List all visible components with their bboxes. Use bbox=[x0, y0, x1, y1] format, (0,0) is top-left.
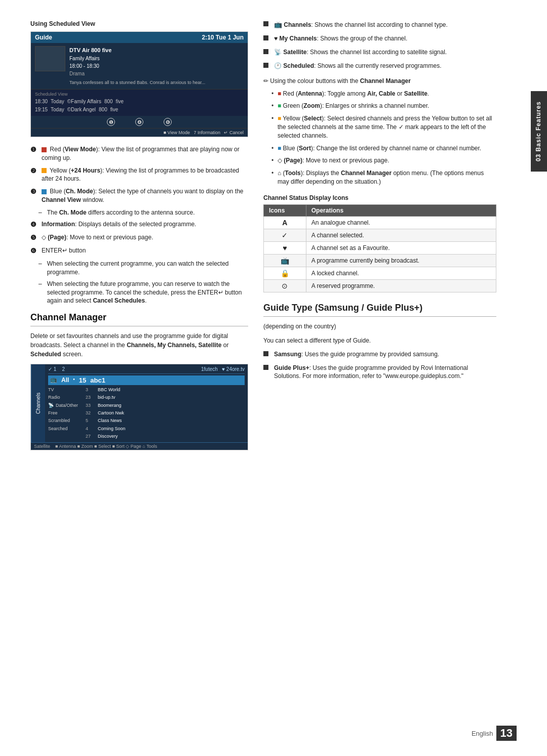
cm-label-radio: Radio bbox=[48, 394, 84, 401]
table-header-row: Icons Operations bbox=[264, 204, 496, 216]
square-bullet-2 bbox=[263, 35, 268, 40]
cm-sel-bullet: • bbox=[73, 376, 75, 384]
cm-label-data: 📡Data/Other bbox=[48, 402, 84, 409]
indent-text-3a: The Ch. Mode differs according to the an… bbox=[47, 208, 195, 217]
cm-sidebar: Channels bbox=[31, 364, 45, 442]
cm-sel-icon: 📺 bbox=[50, 376, 57, 384]
cm-check-col: ✓ 1 2 bbox=[48, 366, 65, 372]
channel-status-heading: Channel Status Display Icons bbox=[263, 194, 496, 201]
icon-cell-broadcast: 📺 bbox=[264, 254, 306, 267]
guide-channel: DTV Air 800 five bbox=[69, 46, 205, 55]
scheduled-label: Scheduled View bbox=[35, 92, 244, 97]
square-bullet-3 bbox=[263, 49, 268, 54]
dot-green: • bbox=[271, 102, 276, 110]
cm-num-32: 32 bbox=[86, 409, 96, 417]
dot-yellow: • bbox=[271, 114, 276, 140]
cm-name-boo: Boomerang bbox=[98, 402, 245, 409]
cm-num-4: 4 bbox=[86, 425, 96, 433]
satellite-icon: 📡 bbox=[274, 49, 282, 56]
item-text-3: Blue (Ch. Mode): Select the type of chan… bbox=[42, 187, 248, 204]
cm-name-col: 1futech ♥ 24ore.tv bbox=[201, 366, 245, 372]
cm-sel-num: 15 bbox=[79, 376, 86, 384]
guide-nav-4: ❹ bbox=[135, 118, 143, 126]
table-row: A An analogue channel. bbox=[264, 216, 496, 229]
table-row: 🔒 A locked channel. bbox=[264, 267, 496, 279]
colour-item-green: • ■ Green (Zoom): Enlarges or shrinks a … bbox=[263, 102, 496, 110]
cm-name-class: Class News bbox=[98, 417, 245, 425]
guide-header: Guide 2:10 Tue 1 Jun bbox=[31, 32, 248, 43]
table-row: 📺 A programme currently being broadcast. bbox=[264, 254, 496, 267]
bullet-mychannels: ♥ My Channels: Shows the group of the ch… bbox=[263, 34, 496, 43]
left-column: Using Scheduled View Guide 2:10 Tue 1 Ju… bbox=[30, 20, 248, 457]
op-cell-check: A channel selected. bbox=[306, 229, 496, 241]
numbered-item-2: ❷ Yellow (+24 Hours): Viewing the list o… bbox=[30, 166, 248, 184]
dot-page: • bbox=[271, 156, 276, 165]
guide-type-body-text: You can select a different type of Guide… bbox=[263, 337, 371, 344]
bullet-text-mychannels: ♥ My Channels: Shows the group of the ch… bbox=[274, 34, 407, 43]
guide-nav-6: ❻ bbox=[164, 118, 172, 126]
guide-type-subtitle: (depending on the country) bbox=[263, 322, 496, 331]
channel-manager-body: Delete or set favourites channels and us… bbox=[30, 331, 248, 359]
scheduled-icon: 🕐 bbox=[274, 62, 282, 69]
cm-name-cartoon: Cartoon Nwk bbox=[98, 409, 245, 417]
item-text-5: ◇ (Page): Move to next or previous page. bbox=[42, 233, 153, 242]
cm-num-27: 27 bbox=[86, 433, 96, 440]
sched-icon-1: ©Family Affairs bbox=[67, 98, 101, 106]
channel-status-table: Icons Operations A An analogue channel. … bbox=[263, 204, 496, 292]
cm-num-23: 23 bbox=[86, 394, 96, 401]
guide-type-items: Samsung: Uses the guide programme by pro… bbox=[263, 350, 496, 381]
sched-row-2: 19:15 Today ©Dark Angel 800 five bbox=[35, 106, 244, 114]
numbered-item-3: ❸ Blue (Ch. Mode): Select the type of ch… bbox=[30, 187, 248, 204]
text-tools: ⌂ (Tools): Displays the Channel Manager … bbox=[278, 169, 496, 186]
numbered-item-5: ❺ ◇ (Page): Move to next or previous pag… bbox=[30, 233, 248, 242]
cm-sel-name: abc1 bbox=[90, 376, 105, 384]
guide-program-time: 18:00 - 18:30 bbox=[69, 62, 205, 70]
item-num-4: ❹ bbox=[30, 220, 38, 229]
sched-ch-1: five bbox=[116, 98, 124, 106]
dash-3a: – bbox=[38, 208, 42, 217]
text-blue: ■ Blue (Sort): Change the list ordered b… bbox=[278, 144, 481, 153]
icon-cell-heart: ♥ bbox=[264, 241, 306, 254]
numbered-list: ❶ Red (View Mode): View the list of prog… bbox=[30, 145, 248, 305]
bullet-text-scheduled: 🕐 Scheduled: Shows all the currently res… bbox=[274, 62, 441, 70]
colour-buttons-text: Using the colour buttons with the Channe… bbox=[270, 77, 410, 85]
guide-time: 2:10 Tue 1 Jun bbox=[202, 34, 244, 41]
colour-item-yellow: • ■ Yellow (Select): Select desired chan… bbox=[263, 114, 496, 140]
right-column: 📺 Channels: Shows the channel list accor… bbox=[263, 20, 496, 457]
item-num-1: ❶ bbox=[30, 145, 38, 162]
bullet-text-channels: 📺 Channels: Shows the channel list accor… bbox=[274, 20, 448, 29]
square-bullet-samsung bbox=[263, 351, 268, 356]
cm-inner: Channels ✓ 1 2 1futech ♥ 24ore.tv 📺 All … bbox=[31, 364, 248, 442]
guide-description: Tanya confesses all to a stunned Babs. C… bbox=[69, 79, 205, 87]
cm-label-searched: Searched bbox=[48, 425, 84, 433]
guide-type-title: Guide Type (Samsung / Guide Plus+) bbox=[263, 303, 496, 317]
text-yellow: ■ Yellow (Select): Select desired channe… bbox=[278, 114, 496, 140]
sched-num-1: 800 bbox=[104, 98, 113, 106]
numbered-item-4: ❹ Information: Displays details of the s… bbox=[30, 220, 248, 229]
indent-text-6a: When selecting the current programme, yo… bbox=[47, 260, 248, 277]
cm-col3: BBC World bid-up.tv Boomerang Cartoon Nw… bbox=[98, 386, 245, 440]
indent-item-3a: – The Ch. Mode differs according to the … bbox=[30, 208, 248, 217]
colour-item-tools: • ⌂ (Tools): Displays the Channel Manage… bbox=[263, 169, 496, 186]
icon-cell-check: ✓ bbox=[264, 229, 306, 241]
channel-manager-box: Channels ✓ 1 2 1futech ♥ 24ore.tv 📺 All … bbox=[30, 364, 248, 450]
guide-genre: Drama bbox=[69, 70, 205, 77]
footer-page-number: 13 bbox=[496, 726, 517, 741]
bullet-channels: 📺 Channels: Shows the channel list accor… bbox=[263, 20, 496, 29]
sched-icon-2: ©Dark Angel bbox=[67, 106, 96, 114]
guide-footer: ■ View Mode 7 Information ↵ Cancel bbox=[31, 128, 248, 137]
channel-status-section: Channel Status Display Icons Icons Opera… bbox=[263, 194, 496, 292]
cm-num-5: 5 bbox=[86, 417, 96, 425]
side-tab: 03 Basic Features bbox=[531, 91, 547, 172]
square-bullet-guideplus bbox=[263, 365, 268, 370]
guide-type-samsung: Samsung: Uses the guide programme by pro… bbox=[263, 350, 496, 359]
sched-time-1: 18:30 bbox=[35, 98, 48, 106]
table-row: ✓ A channel selected. bbox=[264, 229, 496, 241]
op-cell-broadcast: A programme currently being broadcast. bbox=[306, 254, 496, 267]
page-footer: English 13 bbox=[472, 726, 517, 741]
indent-text-6b: When selecting the future programme, you… bbox=[47, 280, 248, 305]
guide-body: DTV Air 800 five Family Affairs 18:00 - … bbox=[31, 43, 248, 89]
channel-type-bullets: 📺 Channels: Shows the channel list accor… bbox=[263, 20, 496, 70]
colour-buttons-section: ✏ Using the colour buttons with the Chan… bbox=[263, 77, 496, 85]
footer-english: English bbox=[472, 730, 493, 737]
